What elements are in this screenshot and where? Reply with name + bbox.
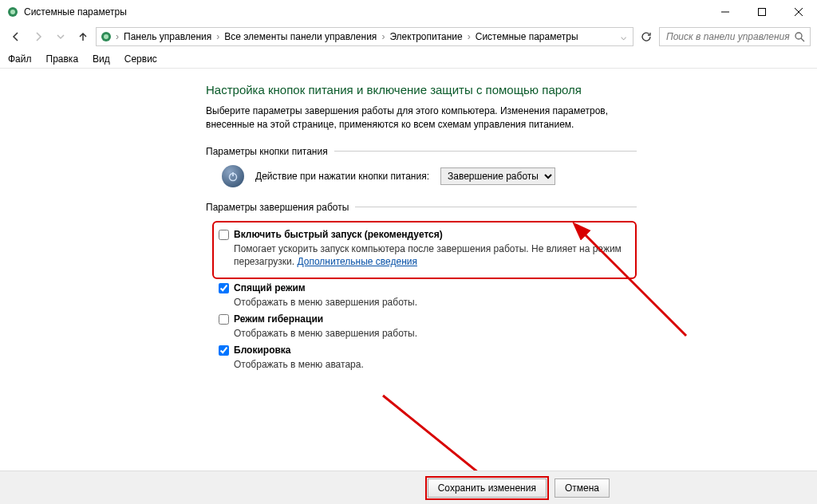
hibernate-label: Режим гибернации bbox=[234, 313, 323, 325]
save-button[interactable]: Сохранить изменения bbox=[428, 478, 547, 498]
breadcrumb-item[interactable]: Электропитание bbox=[388, 31, 464, 42]
nav-row: › Панель управления › Все элементы панел… bbox=[0, 24, 817, 49]
svg-rect-3 bbox=[759, 9, 766, 16]
cancel-button[interactable]: Отмена bbox=[555, 478, 610, 498]
breadcrumb-icon bbox=[100, 30, 112, 43]
lock-description: Отображать в меню аватара. bbox=[234, 358, 637, 371]
sleep-description: Отображать в меню завершения работы. bbox=[234, 296, 637, 309]
menu-file[interactable]: Файл bbox=[8, 53, 32, 65]
footer: Сохранить изменения Отмена bbox=[0, 471, 817, 504]
shutdown-group: Параметры завершения работы bbox=[206, 202, 637, 213]
breadcrumb-item[interactable]: Все элементы панели управления bbox=[223, 31, 378, 42]
power-icon bbox=[222, 165, 244, 187]
hibernate-description: Отображать в меню завершения работы. bbox=[234, 327, 637, 340]
search-icon bbox=[794, 31, 805, 42]
back-button[interactable] bbox=[6, 27, 26, 46]
refresh-button[interactable] bbox=[637, 27, 656, 46]
forward-button[interactable] bbox=[29, 27, 48, 46]
chevron-right-icon: › bbox=[466, 31, 472, 42]
svg-point-1 bbox=[10, 10, 15, 14]
lock-label: Блокировка bbox=[234, 345, 291, 356]
fast-start-description: Помогает ускорить запуск компьютера посл… bbox=[234, 242, 630, 268]
power-action-label: Действие при нажатии кнопки питания: bbox=[255, 171, 429, 182]
minimize-button[interactable] bbox=[707, 0, 744, 24]
breadcrumb-dropdown[interactable]: ⌵ bbox=[618, 31, 630, 42]
search-input[interactable] bbox=[665, 30, 794, 43]
page-description: Выберите параметры завершения работы для… bbox=[206, 104, 637, 132]
power-action-select[interactable]: Завершение работы bbox=[440, 167, 555, 185]
svg-line-9 bbox=[801, 38, 804, 41]
fast-start-label: Включить быстрый запуск (рекомендуется) bbox=[234, 229, 443, 240]
menu-view[interactable]: Вид bbox=[93, 53, 110, 65]
more-info-link[interactable]: Дополнительные сведения bbox=[297, 256, 416, 267]
annotation-arrow bbox=[375, 392, 503, 471]
fast-start-checkbox[interactable] bbox=[219, 230, 229, 240]
menu-service[interactable]: Сервис bbox=[124, 53, 157, 65]
window-title: Системные параметры bbox=[24, 6, 127, 18]
divider bbox=[334, 151, 637, 152]
hibernate-checkbox[interactable] bbox=[219, 314, 229, 325]
sleep-label: Спящий режим bbox=[234, 282, 306, 293]
content-area: Настройка кнопок питания и включение защ… bbox=[0, 69, 817, 471]
maximize-button[interactable] bbox=[744, 0, 780, 24]
chevron-right-icon: › bbox=[114, 31, 120, 42]
group-label: Параметры завершения работы bbox=[206, 202, 355, 213]
up-button[interactable] bbox=[73, 27, 93, 46]
group-label: Параметры кнопки питания bbox=[206, 146, 334, 157]
chevron-right-icon: › bbox=[215, 31, 221, 42]
menu-edit[interactable]: Правка bbox=[46, 53, 79, 65]
chevron-right-icon: › bbox=[380, 31, 386, 42]
menubar: Файл Правка Вид Сервис bbox=[0, 49, 817, 69]
lock-checkbox[interactable] bbox=[219, 345, 229, 356]
breadcrumb-item[interactable]: Панель управления bbox=[122, 31, 213, 42]
breadcrumb[interactable]: › Панель управления › Все элементы панел… bbox=[96, 27, 633, 46]
recent-dropdown[interactable] bbox=[51, 27, 70, 46]
titlebar: Системные параметры bbox=[0, 0, 817, 24]
power-button-group: Параметры кнопки питания bbox=[206, 146, 637, 157]
divider bbox=[355, 207, 637, 207]
search-box[interactable] bbox=[659, 27, 811, 46]
breadcrumb-item[interactable]: Системные параметры bbox=[474, 31, 580, 42]
page-heading: Настройка кнопок питания и включение защ… bbox=[206, 83, 637, 96]
svg-point-7 bbox=[104, 34, 109, 39]
fast-start-highlight: Включить быстрый запуск (рекомендуется) … bbox=[212, 221, 637, 279]
sleep-checkbox[interactable] bbox=[219, 283, 229, 293]
app-icon bbox=[6, 6, 19, 18]
close-button[interactable] bbox=[780, 0, 817, 24]
svg-point-8 bbox=[795, 33, 802, 39]
svg-line-13 bbox=[383, 396, 487, 471]
